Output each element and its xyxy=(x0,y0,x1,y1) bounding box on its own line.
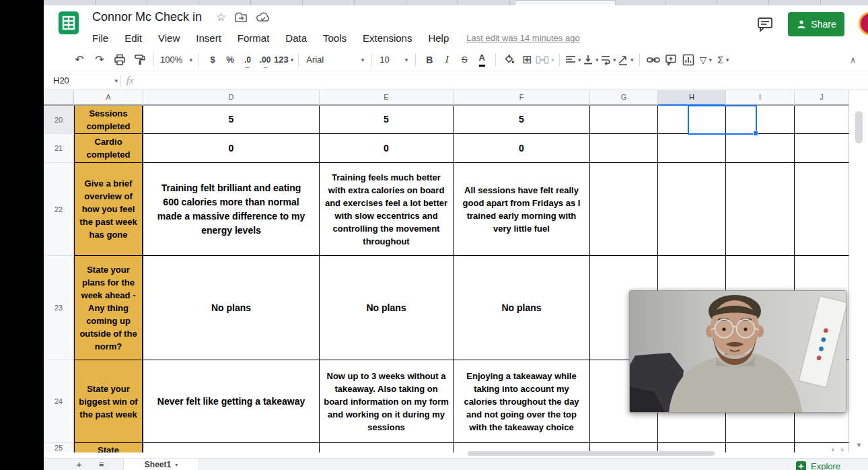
cell-G22[interactable] xyxy=(590,163,658,256)
menu-extensions[interactable]: Extensions xyxy=(355,32,420,44)
column-header-d[interactable]: D xyxy=(143,90,320,106)
cell-J21[interactable] xyxy=(795,134,849,163)
cell-A20[interactable]: Sessions completed xyxy=(74,106,143,134)
cell-D25[interactable] xyxy=(143,443,320,452)
cell-D24[interactable]: Never felt like getting a takeaway xyxy=(143,360,320,443)
font-size-select[interactable]: 10▾ xyxy=(377,51,410,69)
cell-E25[interactable] xyxy=(320,443,454,452)
selected-cell-outline[interactable] xyxy=(688,105,757,135)
fill-handle[interactable] xyxy=(753,131,758,136)
column-header-h[interactable]: H xyxy=(658,90,726,106)
borders-icon[interactable]: ⊞ xyxy=(518,51,536,69)
format-percent-icon[interactable]: % xyxy=(221,51,239,69)
cell-I21[interactable] xyxy=(726,134,795,163)
cell-E23[interactable]: No plans xyxy=(320,256,454,360)
scroll-left-icon[interactable]: ‹ xyxy=(832,445,834,453)
row-header-20[interactable]: 20 xyxy=(44,106,74,134)
cell-G20[interactable] xyxy=(590,106,658,134)
fill-color-icon[interactable] xyxy=(501,51,518,69)
menu-view[interactable]: View xyxy=(150,32,188,44)
menu-format[interactable]: Format xyxy=(229,32,278,44)
menu-data[interactable]: Data xyxy=(277,32,315,44)
cell-J22[interactable] xyxy=(795,163,849,256)
cell-E22[interactable]: Training feels much better with extra ca… xyxy=(320,163,454,256)
name-box[interactable]: H20 ▾ xyxy=(44,75,118,86)
all-sheets-icon[interactable]: ≡ xyxy=(99,459,104,470)
format-currency-icon[interactable]: $ xyxy=(204,51,221,69)
cell-D21[interactable]: 0 xyxy=(143,134,320,163)
active-browser-tab[interactable] xyxy=(515,0,616,5)
select-all-corner[interactable] xyxy=(44,90,74,106)
cell-G21[interactable] xyxy=(590,134,658,163)
webcam-overlay[interactable] xyxy=(629,290,846,413)
cell-A23[interactable]: State your plans for the week ahead - An… xyxy=(74,256,143,360)
scroll-right-icon[interactable]: › xyxy=(841,445,844,453)
browser-tab-strip[interactable] xyxy=(44,0,868,5)
text-rotation-select[interactable]: ▾ xyxy=(617,51,635,69)
cell-I22[interactable] xyxy=(726,163,795,256)
menu-edit[interactable]: Edit xyxy=(116,32,150,44)
column-header-i[interactable]: I xyxy=(726,90,795,106)
cell-A25[interactable]: State xyxy=(74,443,143,452)
cell-D20[interactable]: 5 xyxy=(143,106,320,134)
row-header-24[interactable]: 24 xyxy=(44,360,74,443)
sheets-logo-icon[interactable] xyxy=(57,11,81,35)
horizontal-scrollbar-thumb[interactable] xyxy=(468,451,715,456)
vertical-scrollbar-thumb[interactable] xyxy=(855,111,863,143)
insert-comment-icon[interactable] xyxy=(662,51,680,69)
font-family-select[interactable]: Arial▾ xyxy=(303,51,367,69)
cell-I25[interactable] xyxy=(726,443,795,452)
menu-tools[interactable]: Tools xyxy=(315,32,355,44)
text-color-button[interactable]: A xyxy=(479,53,485,67)
cell-E20[interactable]: 5 xyxy=(320,106,454,134)
redo-icon[interactable]: ↷ xyxy=(91,51,108,69)
vertical-align-select[interactable]: ▾ xyxy=(582,51,600,69)
document-title[interactable]: Connor Mc Check in xyxy=(92,10,202,24)
paint-format-icon[interactable] xyxy=(131,51,149,69)
cell-A24[interactable]: State your biggest win of the past week xyxy=(74,360,143,443)
horizontal-align-select[interactable]: ▾ xyxy=(565,51,582,69)
cell-F21[interactable]: 0 xyxy=(454,134,590,163)
cell-E21[interactable]: 0 xyxy=(320,134,454,163)
row-header-21[interactable]: 21 xyxy=(44,134,74,163)
move-folder-icon[interactable] xyxy=(234,11,248,24)
insert-link-icon[interactable] xyxy=(645,51,662,69)
cell-F23[interactable]: No plans xyxy=(454,256,590,360)
column-header-g[interactable]: G xyxy=(590,90,658,106)
functions-icon[interactable]: Σ▾ xyxy=(715,51,732,69)
more-formats-select[interactable]: 123▾ xyxy=(274,51,293,69)
cell-H21[interactable] xyxy=(658,134,726,163)
insert-chart-icon[interactable] xyxy=(680,51,697,69)
cell-A22[interactable]: Give a brief overview of how you feel th… xyxy=(74,163,143,256)
text-wrap-select[interactable]: ▾ xyxy=(600,51,617,69)
cell-F20[interactable]: 5 xyxy=(454,106,590,134)
cell-A21[interactable]: Cardio completed xyxy=(74,134,143,163)
column-header-j[interactable]: J xyxy=(795,90,849,106)
menu-insert[interactable]: Insert xyxy=(188,32,229,44)
column-header-f[interactable]: F xyxy=(454,90,590,106)
undo-icon[interactable]: ↶ xyxy=(71,51,88,69)
menu-file[interactable]: File xyxy=(91,32,116,44)
comment-history-icon[interactable] xyxy=(757,16,773,32)
cell-F22[interactable]: All sessions have felt really good apart… xyxy=(454,163,590,256)
create-filter-icon[interactable]: ▽▾ xyxy=(697,51,715,69)
column-header-a[interactable]: A xyxy=(74,90,143,106)
print-icon[interactable] xyxy=(111,51,129,69)
share-button[interactable]: Share xyxy=(788,12,844,36)
explore-button[interactable]: Explore xyxy=(796,461,840,470)
scroll-down-icon[interactable]: ▼ xyxy=(856,442,862,448)
cell-E24[interactable]: Now up to 3 weeks without a takeaway. Al… xyxy=(320,360,454,443)
add-sheet-icon[interactable]: + xyxy=(76,459,82,470)
decrease-decimals-icon[interactable]: .0← xyxy=(239,51,256,69)
row-header-25[interactable]: 25 xyxy=(44,443,74,452)
hide-menus-icon[interactable]: ∧ xyxy=(850,55,856,65)
row-header-23[interactable]: 23 xyxy=(44,256,74,360)
cell-H22[interactable] xyxy=(658,163,726,256)
cloud-status-icon[interactable] xyxy=(256,11,270,24)
italic-button[interactable]: I xyxy=(438,51,456,69)
cell-D23[interactable]: No plans xyxy=(143,256,320,360)
zoom-select[interactable]: 100%▾ xyxy=(159,51,194,69)
row-header-22[interactable]: 22 xyxy=(44,163,74,256)
star-icon[interactable]: ☆ xyxy=(216,11,226,24)
column-header-e[interactable]: E xyxy=(320,90,454,106)
